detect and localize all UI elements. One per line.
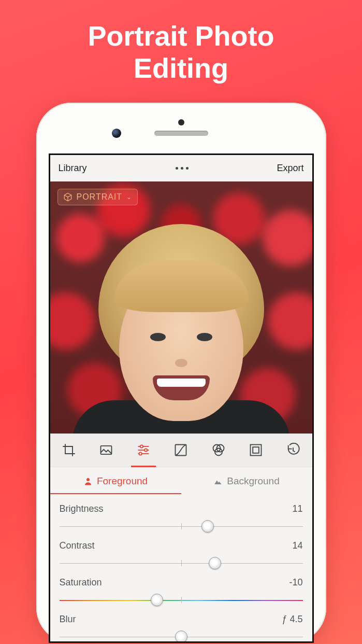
contrast-value: 14 [292, 540, 302, 551]
saturation-label: Saturation [60, 577, 102, 588]
phone-hardware-top [49, 113, 314, 153]
contrast-row: Contrast 14 [60, 531, 303, 568]
slider-thumb[interactable] [209, 557, 221, 569]
layer-tabs: Foreground Background [50, 467, 312, 494]
dot-icon [176, 167, 178, 170]
svg-point-5 [144, 449, 147, 452]
proximity-sensor-icon [178, 119, 184, 125]
blur-slider[interactable] [60, 632, 303, 641]
filters-tool-button[interactable] [208, 440, 229, 460]
tab-background[interactable]: Background [181, 467, 312, 494]
speaker-grille-icon [154, 131, 208, 136]
crop-icon [62, 443, 76, 457]
saturation-slider[interactable] [60, 595, 303, 605]
history-tool-button[interactable] [283, 440, 303, 460]
blur-row: Blur ƒ 4.5 [60, 605, 303, 641]
library-button[interactable]: Library [59, 163, 87, 174]
frame-tool-button[interactable] [245, 440, 266, 460]
tab-foreground-label: Foreground [97, 475, 148, 487]
svg-rect-0 [100, 446, 111, 454]
brightness-row: Brightness 11 [60, 494, 303, 531]
mountain-icon [213, 477, 223, 486]
dot-icon [186, 167, 189, 170]
crop-tool-button[interactable] [59, 440, 79, 460]
brightness-value: 11 [292, 503, 302, 514]
svg-point-13 [86, 478, 90, 481]
export-button[interactable]: Export [277, 163, 303, 174]
svg-rect-12 [253, 447, 259, 453]
more-options-button[interactable] [176, 167, 189, 170]
photo-subject-child [93, 224, 269, 431]
image-adjust-icon [99, 443, 113, 457]
photo-canvas[interactable]: PORTRAIT ⌄ [50, 181, 312, 433]
dot-icon [181, 167, 183, 170]
mode-badge-label: PORTRAIT [77, 192, 123, 202]
slider-thumb[interactable] [151, 594, 163, 606]
svg-point-4 [140, 445, 143, 448]
sliders-panel: Brightness 11 Contrast 14 [50, 494, 312, 641]
tab-background-label: Background [227, 475, 279, 487]
filters-icon [211, 443, 226, 457]
tab-foreground[interactable]: Foreground [50, 467, 181, 494]
curves-icon [173, 443, 188, 457]
cube-icon [63, 192, 73, 202]
history-icon [286, 443, 300, 457]
sliders-icon [136, 443, 151, 457]
image-adjust-tool-button[interactable] [96, 440, 117, 460]
top-navbar: Library Export [50, 155, 312, 181]
contrast-slider[interactable] [60, 558, 303, 568]
chevron-down-icon: ⌄ [126, 193, 132, 201]
slider-thumb[interactable] [175, 631, 187, 643]
svg-point-6 [139, 453, 142, 455]
curves-tool-button[interactable] [170, 440, 191, 460]
blur-value: ƒ 4.5 [282, 614, 302, 625]
person-icon [83, 477, 93, 486]
sliders-tool-button[interactable] [133, 440, 154, 460]
slider-thumb[interactable] [201, 520, 214, 533]
saturation-row: Saturation -10 [60, 568, 303, 605]
front-camera-icon [112, 129, 121, 138]
saturation-value: -10 [289, 577, 302, 588]
hero-title-line1: Portrait Photo [0, 20, 362, 52]
edit-toolbar [50, 433, 312, 467]
frame-icon [249, 443, 263, 457]
svg-rect-11 [251, 445, 262, 456]
brightness-slider[interactable] [60, 522, 303, 531]
blur-label: Blur [60, 614, 76, 625]
hero-title-line2: Editing [0, 52, 362, 84]
hero-title: Portrait Photo Editing [0, 0, 362, 84]
portrait-mode-dropdown[interactable]: PORTRAIT ⌄ [57, 189, 138, 205]
app-screen: Library Export [49, 153, 314, 643]
brightness-label: Brightness [60, 503, 104, 514]
phone-frame: Library Export [36, 103, 326, 643]
contrast-label: Contrast [60, 540, 95, 551]
